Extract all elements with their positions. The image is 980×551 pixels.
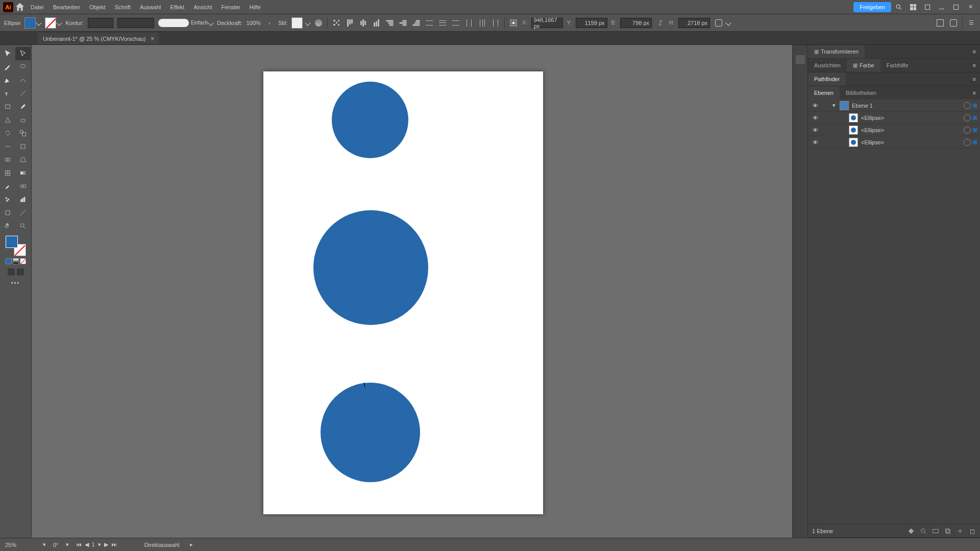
locate-layer-icon[interactable] xyxy=(908,528,915,535)
panel-menu-icon[interactable]: ≡ xyxy=(969,48,980,55)
eraser-tool-icon[interactable] xyxy=(15,113,31,127)
panel-menu-icon[interactable]: ≡ xyxy=(969,90,980,96)
mesh-tool-icon[interactable] xyxy=(0,166,15,180)
shape-caret-icon[interactable] xyxy=(725,20,731,26)
ellipse-shape[interactable] xyxy=(321,383,420,482)
menu-schrift[interactable]: Schrift xyxy=(111,2,135,12)
align-right-icon[interactable] xyxy=(372,18,381,28)
layer-name[interactable]: <Ellipse> xyxy=(861,127,962,133)
align-bottom-icon[interactable] xyxy=(411,18,421,28)
pen-tool-icon[interactable] xyxy=(0,73,15,87)
arrange-icon[interactable] xyxy=(909,3,918,12)
workspace-icon[interactable] xyxy=(923,3,932,12)
dist-top-icon[interactable] xyxy=(425,18,434,28)
comment-icon[interactable] xyxy=(796,55,805,64)
share-button[interactable]: Freigeben xyxy=(853,2,891,12)
tab-pathfinder[interactable]: Pathfinder xyxy=(808,72,846,86)
direct-selection-tool-icon[interactable] xyxy=(15,47,31,60)
nav-first-icon[interactable]: ⏮ xyxy=(76,541,82,548)
tab-ebenen[interactable]: Ebenen xyxy=(808,86,840,99)
target-icon[interactable] xyxy=(964,114,971,121)
layer-name[interactable]: <Ellipse> xyxy=(861,139,962,145)
tab-farbe[interactable]: ⊞Farbe xyxy=(847,59,880,72)
style-swatch[interactable] xyxy=(291,17,303,29)
edit-toolbar-icon[interactable]: ••• xyxy=(0,280,31,286)
tab-transformieren[interactable]: ⊞Transformieren xyxy=(808,45,865,58)
visibility-icon[interactable]: 👁 xyxy=(808,103,822,109)
align-top-icon[interactable] xyxy=(385,18,394,28)
draw-behind-icon[interactable] xyxy=(17,268,24,276)
shape-props-icon[interactable] xyxy=(714,18,723,28)
dist-hcenter-icon[interactable] xyxy=(478,18,487,28)
align-menu-icon[interactable] xyxy=(332,18,341,28)
blend-tool-icon[interactable] xyxy=(15,180,31,193)
x-input[interactable]: 948,1667 px xyxy=(531,18,563,28)
visibility-icon[interactable]: 👁 xyxy=(808,139,822,145)
b-input[interactable]: 798 px xyxy=(620,18,652,28)
align-vcenter-icon[interactable] xyxy=(398,18,407,28)
target-icon[interactable] xyxy=(964,102,971,109)
paintbrush-tool-icon[interactable] xyxy=(15,100,31,113)
panel-menu-icon[interactable]: ≡ xyxy=(969,76,980,82)
edit-icon[interactable] xyxy=(949,18,958,28)
visibility-icon[interactable]: 👁 xyxy=(808,115,822,121)
isolate-icon[interactable] xyxy=(936,18,945,28)
target-icon[interactable] xyxy=(964,139,971,146)
eyedropper-tool-icon[interactable] xyxy=(0,180,15,193)
ellipse-shape[interactable] xyxy=(313,210,428,325)
search-layer-icon[interactable] xyxy=(920,528,927,535)
menu-ansicht[interactable]: Ansicht xyxy=(189,2,216,12)
perspective-tool-icon[interactable] xyxy=(15,153,31,166)
transform-ref-icon[interactable] xyxy=(509,18,518,28)
slice-tool-icon[interactable] xyxy=(15,206,31,219)
width-tool-icon[interactable] xyxy=(0,140,15,153)
nav-last-icon[interactable]: ⏭ xyxy=(111,541,117,548)
menu-effekt[interactable]: Effekt xyxy=(166,2,188,12)
opacity-value[interactable]: 100% xyxy=(247,20,261,26)
color-mode-solid-icon[interactable] xyxy=(6,258,12,264)
type-tool-icon[interactable]: T xyxy=(0,87,15,100)
nav-next-icon[interactable]: ▶ xyxy=(104,541,108,548)
artboard[interactable] xyxy=(263,71,543,514)
fill-caret-icon[interactable] xyxy=(36,20,42,26)
align-hcenter-icon[interactable] xyxy=(358,18,368,28)
align-left-icon[interactable] xyxy=(345,18,354,28)
disclosure-icon[interactable]: ▾ xyxy=(832,102,840,109)
hand-tool-icon[interactable] xyxy=(0,219,15,233)
shape-builder-tool-icon[interactable] xyxy=(0,153,15,166)
zoom-tool-icon[interactable] xyxy=(15,219,31,233)
scale-tool-icon[interactable] xyxy=(15,127,31,140)
layer-row[interactable]: 👁 <Ellipse> xyxy=(808,136,980,148)
draw-normal-icon[interactable] xyxy=(8,268,15,276)
tab-ausrichten[interactable]: Ausrichten xyxy=(808,59,847,72)
dist-bottom-icon[interactable] xyxy=(451,18,460,28)
magic-wand-tool-icon[interactable] xyxy=(0,60,15,73)
menu-bearbeiten[interactable]: Bearbeiten xyxy=(49,2,84,12)
visibility-icon[interactable]: 👁 xyxy=(808,127,822,133)
stroke-caret-icon[interactable] xyxy=(57,20,62,26)
lasso-tool-icon[interactable] xyxy=(15,60,31,73)
brush-picker[interactable]: Einfach xyxy=(158,19,213,27)
rotate-tool-icon[interactable] xyxy=(0,127,15,140)
panel-menu-icon[interactable]: ≡ xyxy=(969,62,980,68)
layer-name[interactable]: <Ellipse> xyxy=(861,115,962,121)
close-icon[interactable]: ✕ xyxy=(966,3,975,12)
zoom-value[interactable]: 25% xyxy=(5,542,36,548)
shaper-tool-icon[interactable] xyxy=(0,113,15,127)
dist-left-icon[interactable] xyxy=(464,18,474,28)
gradient-tool-icon[interactable] xyxy=(15,166,31,180)
menu-auswahl[interactable]: Auswahl xyxy=(136,2,165,12)
symbol-sprayer-tool-icon[interactable] xyxy=(0,193,15,206)
artboard-tool-icon[interactable] xyxy=(0,206,15,219)
stroke-swatch[interactable] xyxy=(45,17,56,29)
rectangle-tool-icon[interactable] xyxy=(0,100,15,113)
selection-tool-icon[interactable] xyxy=(0,47,15,60)
graph-tool-icon[interactable] xyxy=(15,193,31,206)
dist-vcenter-icon[interactable] xyxy=(438,18,447,28)
minimize-icon[interactable] xyxy=(937,3,946,12)
line-tool-icon[interactable] xyxy=(15,87,31,100)
tab-farbhilfe[interactable]: Farbhilfe xyxy=(880,59,915,72)
curvature-tool-icon[interactable] xyxy=(15,73,31,87)
layer-row[interactable]: 👁 <Ellipse> xyxy=(808,112,980,124)
new-sublayer-icon[interactable] xyxy=(944,528,951,535)
